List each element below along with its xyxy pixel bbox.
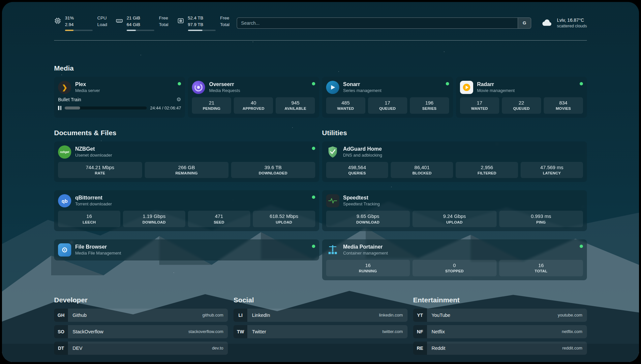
stat-download: 9.65 Gbps DOWNLOAD: [326, 211, 410, 227]
disk-total: 97.9 TB: [188, 22, 216, 28]
status-dot: [312, 245, 315, 248]
service-card-speedtest[interactable]: Speedtest Speedtest Tracking 9.65 Gbps D…: [322, 190, 587, 231]
service-name: Media Portainer: [343, 244, 576, 251]
section-title-media: Media: [54, 64, 587, 72]
stat-available: 945 AVAILABLE: [276, 97, 315, 114]
stat-seed: 471 SEED: [188, 211, 250, 227]
bookmark-url: stackoverflow.com: [188, 329, 228, 334]
settings-gear-icon[interactable]: ⚙: [176, 97, 181, 102]
service-name: Radarr: [477, 81, 576, 88]
service-card-plex[interactable]: ❯ Plex Media server Bullet Train ⚙ 24:44…: [54, 77, 185, 118]
bookmark-name: LinkedIn: [247, 313, 379, 318]
bookmark-stackoverflow[interactable]: SO StackOverflow stackoverflow.com: [54, 325, 228, 338]
bookmark-github[interactable]: GH Github github.com: [54, 309, 228, 322]
bookmark-abbr: NF: [413, 325, 427, 338]
service-card-sonarr[interactable]: Sonarr Series management 485 WANTED 17 Q…: [322, 77, 453, 118]
bookmark-name: Reddit: [427, 346, 563, 351]
section-title-documents: Documents & Files: [54, 129, 319, 137]
service-subtitle: Movie management: [477, 88, 576, 94]
memory-icon: [116, 17, 123, 26]
playback-time: 24:44 / 02:06:47: [150, 106, 181, 110]
stat-series: 196 SERIES: [410, 97, 449, 114]
cpu-usage-bar: [65, 30, 93, 31]
service-name: Overseerr: [209, 81, 308, 88]
bookmark-linkedin[interactable]: LI LinkedIn linkedin.com: [233, 309, 407, 322]
bookmark-reddit[interactable]: RE Reddit reddit.com: [413, 342, 587, 355]
status-dot: [312, 196, 315, 199]
disk-label-1: Free: [220, 15, 230, 21]
bookmark-name: DEV: [68, 346, 212, 351]
plex-icon: ❯: [58, 81, 71, 94]
disk-widget: 52.4 TB Free 97.9 TB Total: [177, 15, 230, 31]
bookmark-name: Github: [68, 313, 202, 318]
stat-latency: 47.569 ms LATENCY: [521, 162, 583, 178]
status-dot: [446, 82, 449, 85]
cpu-label-2: Load: [97, 22, 107, 28]
stat-leech: 16 LEECH: [58, 211, 120, 227]
utilities-column: Utilities: [322, 129, 587, 280]
service-name: Plex: [75, 81, 174, 88]
memory-label-2: Total: [159, 22, 168, 28]
stat-upload: 618.52 Mbps UPLOAD: [253, 211, 315, 227]
bookmark-abbr: TW: [233, 325, 247, 338]
bookmark-url: twitter.com: [382, 329, 408, 334]
service-name: NZBGet: [75, 146, 308, 153]
weather-condition: scattered clouds: [557, 23, 587, 29]
service-card-radarr[interactable]: Radarr Movie management 17 WANTED 22 QUE…: [456, 77, 587, 118]
topbar-divider: [54, 40, 587, 41]
service-subtitle: Usenet downloader: [75, 153, 308, 158]
disk-usage-bar: [188, 30, 216, 31]
stat-blocked: 86,401 BLOCKED: [391, 162, 453, 178]
service-card-portainer[interactable]: Media Portainer Container management 16 …: [322, 239, 587, 280]
media-grid: ❯ Plex Media server Bullet Train ⚙ 24:44…: [54, 77, 587, 118]
service-name: qBittorrent: [75, 195, 308, 201]
section-title-entertainment: Entertainment: [413, 296, 587, 304]
cpu-icon: [54, 17, 61, 26]
service-card-filebrowser[interactable]: File Browser Media File Management: [54, 239, 319, 260]
disk-label-2: Total: [220, 22, 230, 28]
bookmark-dev[interactable]: DT DEV dev.to: [54, 342, 228, 355]
service-card-overseerr[interactable]: Overseerr Media Requests 21 PENDING 40 A…: [188, 77, 319, 118]
service-card-nzbget[interactable]: nzbget NZBGet Usenet downloader 744.21 M…: [54, 141, 319, 182]
bookmark-abbr: GH: [54, 309, 68, 322]
memory-total: 64 GiB: [127, 22, 154, 28]
weather-location: Lviv, 16.87°C: [557, 17, 587, 23]
stat-queued: 17 QUEUED: [368, 97, 407, 114]
memory-free: 21 GiB: [127, 15, 154, 21]
service-subtitle: Media server: [75, 88, 174, 94]
stat-wanted: 485 WANTED: [326, 97, 365, 114]
search-bar: G: [237, 17, 531, 29]
status-dot: [312, 82, 315, 85]
radarr-icon: [460, 81, 473, 94]
weather-widget: Lviv, 16.87°C scattered clouds: [540, 17, 587, 29]
bookmark-netflix[interactable]: NF Netflix netflix.com: [413, 325, 587, 338]
adguard-icon: [326, 145, 339, 159]
service-name: Speedtest: [343, 195, 583, 201]
stat-wanted: 17 WANTED: [460, 97, 499, 114]
resource-widgets: 31% CPU 2.94 Load: [54, 15, 229, 31]
section-title-utilities: Utilities: [322, 129, 587, 137]
search-provider-button[interactable]: G: [518, 18, 531, 28]
stat-upload: 9.24 Gbps UPLOAD: [412, 211, 497, 227]
stat-ping: 0.993 ms PING: [499, 211, 583, 227]
bookmarks-developer: Developer GH Github github.com SO StackO…: [54, 296, 228, 355]
bookmark-abbr: LI: [233, 309, 247, 322]
memory-usage-bar: [127, 30, 154, 31]
service-card-qbittorrent[interactable]: qb qBittorrent Torrent downloader 16 LEE…: [54, 190, 319, 231]
service-subtitle: Speedtest Tracking: [343, 201, 583, 207]
service-card-adguard[interactable]: AdGuard Home DNS and adblocking 498,564 …: [322, 141, 587, 182]
memory-widget: 21 GiB Free 64 GiB Total: [116, 15, 168, 31]
service-name: File Browser: [75, 244, 308, 251]
filebrowser-icon: [58, 243, 71, 257]
search-input[interactable]: [237, 18, 518, 28]
stat-download: 1.19 Gbps DOWNLOAD: [123, 211, 185, 227]
bookmark-url: netflix.com: [562, 329, 587, 334]
stat-pending: 21 PENDING: [192, 97, 231, 114]
section-title-developer: Developer: [54, 296, 228, 304]
bookmark-youtube[interactable]: YT YouTube youtube.com: [413, 309, 587, 322]
bookmark-twitter[interactable]: TW Twitter twitter.com: [233, 325, 407, 338]
bookmarks-entertainment: Entertainment YT YouTube youtube.com NF …: [413, 296, 587, 355]
pause-icon[interactable]: [58, 106, 61, 110]
stat-approved: 40 APPROVED: [234, 97, 273, 114]
service-name: Sonarr: [343, 81, 442, 88]
